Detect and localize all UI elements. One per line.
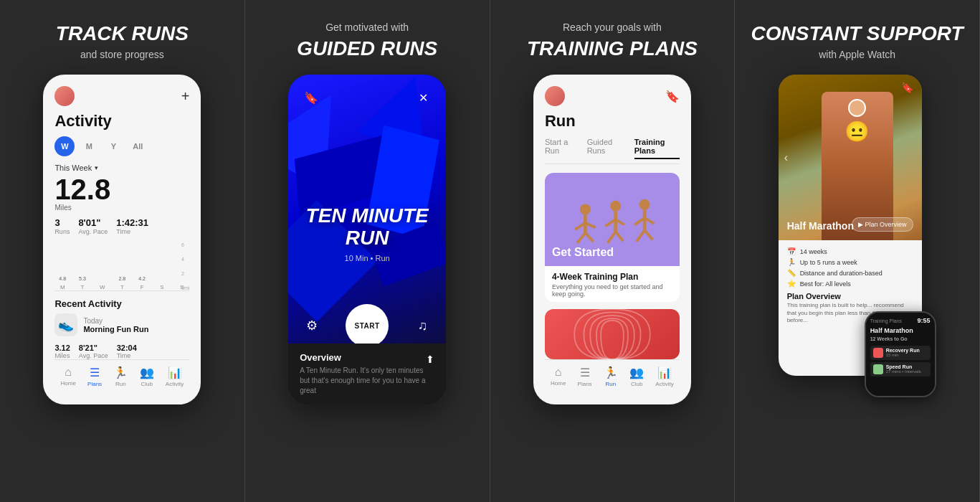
tab-start-run[interactable]: Start a Run bbox=[545, 138, 579, 159]
nav-run[interactable]: 🏃 Run bbox=[113, 366, 128, 387]
activity-title: Activity bbox=[54, 112, 189, 131]
start-button[interactable]: START bbox=[346, 304, 389, 347]
panel-training-plans: Reach your goals with TRAINING PLANS 🔖 R… bbox=[490, 0, 736, 502]
distance-value: 12.8 bbox=[54, 175, 189, 204]
guided-runs-subtitle-top: Get motivated with bbox=[297, 22, 437, 34]
add-icon[interactable]: + bbox=[181, 88, 190, 105]
watch-header: Training Plans 9:55 bbox=[870, 317, 931, 324]
nav-plans[interactable]: ☰ Plans bbox=[87, 366, 102, 387]
share-icon[interactable]: ⬆ bbox=[426, 354, 434, 365]
tab-y[interactable]: Y bbox=[103, 136, 123, 156]
tab-m[interactable]: M bbox=[79, 136, 99, 156]
track-runs-phone: + Activity W M Y All This Week ▾ 12.8 Mi… bbox=[43, 75, 201, 404]
stats-row: 3 Runs 8'01" Avg. Pace 1:42:31 Time bbox=[54, 217, 189, 235]
advanced-card[interactable] bbox=[545, 309, 680, 359]
tab-w[interactable]: W bbox=[54, 136, 75, 156]
watch-plan-title: Half Marathon 12 Weeks to Go bbox=[870, 327, 931, 343]
nav-home[interactable]: ⌂ Home bbox=[61, 366, 76, 387]
nav-activity-3[interactable]: 📊 Activity bbox=[655, 366, 673, 387]
settings-icon[interactable]: ⚙ bbox=[299, 313, 325, 338]
left-arrow-icon[interactable]: ‹ bbox=[784, 151, 788, 164]
bottom-nav: ⌂ Home ☰ Plans 🏃 Run 👥 Club 📊 Activ bbox=[54, 359, 189, 393]
bar-monday: 4.8 M bbox=[54, 276, 70, 290]
weeks-detail: 📅 14 weeks bbox=[787, 247, 913, 255]
nav-home-3[interactable]: ⌂ Home bbox=[551, 366, 566, 387]
panel-track-runs: TRACK RUNS and store progress + Activity… bbox=[0, 0, 245, 502]
run-icon: 🏃 bbox=[113, 366, 128, 379]
ruler-icon: 📏 bbox=[787, 269, 796, 277]
svg-line-11 bbox=[616, 232, 623, 241]
nav-run-3[interactable]: 🏃 Run bbox=[604, 366, 618, 387]
close-icon[interactable]: ✕ bbox=[411, 86, 434, 109]
bookmark-icon-3[interactable]: 🔖 bbox=[665, 90, 680, 103]
runs-stat: 3 Runs bbox=[54, 217, 70, 235]
bookmark-icon[interactable]: 🔖 bbox=[300, 86, 323, 109]
training-plans-subtitle-top: Reach your goals with bbox=[527, 22, 698, 34]
svg-line-10 bbox=[607, 232, 615, 243]
shoe-icon: 👟 bbox=[54, 313, 77, 336]
watch-app-title: Training Plans bbox=[870, 318, 903, 323]
phone-1-header: + bbox=[54, 86, 189, 106]
phone-3-header: 🔖 bbox=[545, 86, 680, 106]
club-icon-3: 👥 bbox=[629, 366, 644, 379]
nav-club[interactable]: 👥 Club bbox=[140, 366, 154, 387]
recent-date: Today bbox=[83, 317, 189, 325]
tab-training-plans[interactable]: Training Plans bbox=[634, 138, 680, 159]
recent-run-name: Morning Fun Run bbox=[83, 325, 189, 333]
bar-wednesday: W bbox=[95, 281, 110, 290]
nav-club-3[interactable]: 👥 Club bbox=[629, 366, 644, 387]
recent-activity-title: Recent Activity bbox=[54, 298, 189, 309]
level-detail: ⭐ Best for: All levels bbox=[787, 280, 913, 288]
card-purple-bg: Get Started bbox=[545, 173, 680, 266]
guided-runs-heading: GUIDED RUNS bbox=[297, 37, 437, 61]
recent-stats: 3.12 Miles 8'21" Avg. Pace 32:04 Time bbox=[54, 344, 189, 359]
period-tabs: W M Y All bbox=[54, 136, 189, 156]
constant-support-subtitle: with Apple Watch bbox=[751, 49, 964, 61]
plan-overview-button[interactable]: ▶ Plan Overview bbox=[852, 217, 913, 232]
training-plans-heading: TRAINING PLANS bbox=[527, 37, 698, 61]
constant-support-title: CONSTANT SUPPORT with Apple Watch bbox=[751, 22, 964, 60]
track-runs-title: TRACK RUNS and store progress bbox=[56, 22, 189, 60]
time-stat: 1:42:31 Time bbox=[116, 217, 148, 235]
runs-detail: 🏃 Up to 5 runs a week bbox=[787, 258, 913, 266]
watch-run-2: Speed Run 27 mins • Intervals bbox=[870, 362, 931, 376]
training-plan-desc: Everything you need to get started and k… bbox=[552, 283, 672, 298]
get-started-card[interactable]: Get Started 4-Week Training Plan Everyth… bbox=[545, 173, 680, 302]
avatar-3 bbox=[545, 86, 565, 106]
overview-text: A Ten Minute Run. It's only ten minutes … bbox=[300, 366, 434, 396]
svg-point-12 bbox=[639, 199, 650, 210]
video-title: Half Marathon bbox=[787, 220, 854, 232]
svg-line-17 bbox=[644, 230, 652, 240]
overview-title: Overview bbox=[300, 352, 341, 363]
music-icon[interactable]: ♫ bbox=[409, 313, 435, 338]
guided-run-sub: 10 Min • Run bbox=[303, 254, 432, 262]
home-icon: ⌂ bbox=[65, 366, 72, 379]
constant-support-heading: CONSTANT SUPPORT bbox=[751, 22, 964, 46]
guided-top-bar: 🔖 ✕ bbox=[300, 86, 434, 109]
video-section: 😐 ‹ 🔖 Half Marathon ▶ Plan Overview bbox=[779, 75, 922, 240]
week-label: This Week ▾ bbox=[54, 164, 189, 172]
svg-point-0 bbox=[580, 204, 591, 215]
svg-line-4 bbox=[577, 233, 585, 243]
track-runs-subtitle: and store progress bbox=[56, 49, 189, 61]
recovery-dot bbox=[873, 348, 883, 358]
tab-all[interactable]: All bbox=[128, 136, 148, 156]
nav-plans-3[interactable]: ☰ Plans bbox=[578, 366, 592, 387]
svg-point-6 bbox=[610, 201, 621, 212]
apple-watch: Training Plans 9:55 Half Marathon 12 Wee… bbox=[865, 311, 936, 397]
training-plans-phone: 🔖 Run Start a Run Guided Runs Training P… bbox=[533, 75, 691, 404]
guided-runs-phone: 🔖 ✕ TEN MINUTE RUN 10 Min • Run ⚙ START … bbox=[288, 75, 446, 404]
svg-line-5 bbox=[585, 233, 593, 242]
training-plan-title: 4-Week Training Plan bbox=[552, 272, 672, 282]
nav-activity[interactable]: 📊 Activity bbox=[166, 366, 184, 387]
star-icon: ⭐ bbox=[787, 280, 796, 288]
training-card-info: 4-Week Training Plan Everything you need… bbox=[545, 266, 680, 302]
support-phone-area: 😐 ‹ 🔖 Half Marathon ▶ Plan Overview 📅 14… bbox=[779, 75, 936, 404]
plans-icon: ☰ bbox=[90, 366, 100, 379]
tab-guided-runs[interactable]: Guided Runs bbox=[587, 138, 626, 159]
distance-detail: 📏 Distance and duration-based bbox=[787, 269, 913, 277]
runner-icon: 🏃 bbox=[787, 258, 796, 266]
activity-icon: 📊 bbox=[168, 366, 182, 379]
guided-title-area: TEN MINUTE RUN 10 Min • Run bbox=[288, 206, 446, 263]
bookmark-icon-4[interactable]: 🔖 bbox=[901, 82, 913, 93]
